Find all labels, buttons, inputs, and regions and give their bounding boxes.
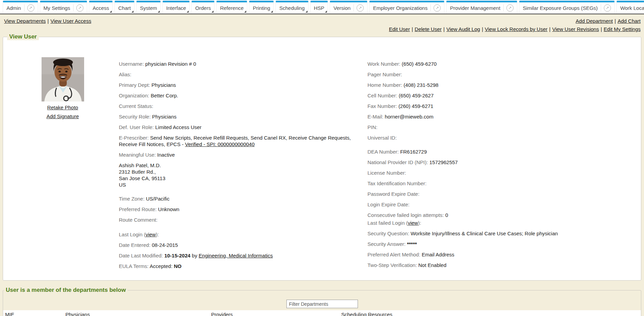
view-user-section: View User	[3, 33, 641, 281]
dropdown-caret-icon	[211, 11, 214, 13]
external-link-icon[interactable]: ↗	[434, 4, 441, 12]
tab-label: Printing	[253, 5, 270, 11]
tab-label: Work Locations	[620, 5, 644, 11]
view-departments-link[interactable]: View Departments	[4, 18, 46, 24]
table-row[interactable]: MIE Physicians Providers Scheduling Reso…	[3, 310, 641, 316]
tab-divider	[354, 4, 354, 11]
retake-photo-link[interactable]: Retake Photo	[6, 105, 119, 110]
address-line: US	[119, 181, 367, 188]
tab-divider	[24, 4, 25, 11]
field-pager-number: Pager Number:	[367, 71, 638, 78]
field-fax-number: Fax Number: (260) 459-6271	[367, 103, 638, 109]
view-audit-log-link[interactable]: View Audit Log	[446, 26, 480, 32]
link-bar-user-actions: Edit User|Delete User|View Audit Log|Vie…	[0, 24, 644, 32]
tab-interface[interactable]: Interface	[162, 1, 190, 13]
external-link-icon[interactable]: ↗	[604, 4, 611, 12]
tab-label: Access	[93, 5, 109, 11]
departments-table: MIE Physicians Providers Scheduling Reso…	[3, 310, 641, 316]
link-bar-top: View Departments|View User Access Add De…	[0, 14, 644, 24]
tab-system[interactable]: System	[136, 1, 161, 13]
last-login-view-link[interactable]: view	[145, 232, 156, 237]
field-npi: National Provider ID (NPI): 1572962557	[367, 159, 638, 165]
tab-label: Employer Organizations	[373, 5, 427, 11]
tab-orders[interactable]: Orders	[191, 1, 215, 13]
tab-label: Version	[333, 5, 350, 11]
field-security-role: Security Role: Physicians	[119, 113, 367, 120]
field-cell-number: Cell Number: (650) 459-2627	[367, 92, 638, 99]
field-security-answer: Security Answer: *****	[367, 241, 638, 247]
dropdown-caret-icon	[110, 11, 112, 13]
edit-my-settings-link[interactable]: Edit My Settings	[604, 26, 641, 32]
add-department-link[interactable]: Add Department	[576, 18, 613, 24]
tab-printing[interactable]: Printing	[249, 1, 274, 13]
field-date-last-modified: Date Last Modified: 10-15-2024 by Engine…	[119, 252, 367, 259]
tab-my-settings[interactable]: My Settings ↗	[40, 1, 87, 13]
department-cell: Providers	[209, 310, 339, 316]
tab-label: Orders	[195, 5, 211, 11]
address-line: Ashish Patel, M.D.	[119, 162, 367, 169]
filter-departments-input[interactable]	[286, 300, 358, 308]
tab-employer-organizations[interactable]: Employer Organizations ↗	[369, 1, 444, 13]
spi-verified-link[interactable]: Verified - SPI: 0000000000040	[185, 141, 254, 147]
edit-user-link[interactable]: Edit User	[389, 26, 410, 32]
delete-user-link[interactable]: Delete User	[415, 26, 442, 32]
tab-version[interactable]: Version ↗	[330, 1, 367, 13]
tab-access[interactable]: Access	[89, 1, 113, 13]
address-line: San Jose CA, 95113	[119, 175, 367, 181]
departments-legend: User is a member of the departments belo…	[4, 287, 128, 294]
field-pin: PIN:	[367, 124, 638, 130]
address-line: 2312 Butler Rd.,	[119, 169, 367, 175]
dropdown-caret-icon	[244, 11, 246, 13]
field-license-number: License Number:	[367, 170, 638, 176]
tab-label: Provider Management	[450, 5, 500, 11]
filter-row	[3, 300, 641, 308]
field-date-entered: Date Entered: 08-24-2015	[119, 242, 367, 248]
view-user-access-link[interactable]: View User Access	[50, 18, 91, 24]
field-def-user-role: Def. User Role: Limited Access User	[119, 124, 367, 130]
tab-provider-management[interactable]: Provider Management ↗	[446, 1, 517, 13]
tab-reference[interactable]: Reference	[216, 1, 247, 13]
external-link-icon[interactable]: ↗	[76, 4, 83, 12]
field-organization: Organization: Better Corp.	[119, 92, 367, 99]
tab-work-locations[interactable]: Work Locations ↗	[616, 1, 644, 13]
tab-scheduling[interactable]: Scheduling	[276, 1, 308, 13]
tab-label: Admin	[6, 5, 21, 11]
field-last-failed-login: Last failed Login (view):	[367, 220, 638, 226]
tab-similar-exposure-groups[interactable]: Similar Exposure Groups (SEGs) ↗	[519, 1, 615, 13]
last-failed-login-view-link[interactable]: view	[408, 220, 418, 226]
add-chart-link[interactable]: Add Chart	[617, 18, 641, 24]
external-link-icon[interactable]: ↗	[357, 4, 364, 12]
tab-admin[interactable]: Admin ↗	[3, 1, 38, 13]
user-details-left: Username: physician Revision # 0 Alias: …	[119, 50, 367, 273]
dropdown-caret-icon	[271, 11, 273, 13]
tab-chart[interactable]: Chart	[114, 1, 135, 13]
field-universal-id: Universal ID:	[367, 135, 638, 141]
user-address: Ashish Patel, M.D. 2312 Butler Rd., San …	[119, 162, 367, 188]
view-user-legend: View User	[7, 33, 39, 40]
field-eula-terms: EULA Terms: Accepted: NO	[119, 263, 367, 269]
user-details-right: Work Number: (650) 459-6270 Pager Number…	[367, 50, 638, 272]
external-link-icon[interactable]: ↗	[506, 4, 514, 12]
add-signature-link[interactable]: Add Signature	[6, 113, 119, 119]
modified-by-user-link[interactable]: Engineering, Medical Informatics	[199, 253, 273, 258]
field-current-status: Current Status:	[119, 103, 367, 109]
department-cell: MIE	[3, 310, 63, 316]
link-separator: |	[443, 26, 445, 32]
dropdown-caret-icon	[158, 11, 160, 13]
link-separator: |	[615, 18, 616, 24]
tab-divider	[430, 4, 431, 11]
user-photo	[42, 57, 84, 101]
view-lock-records-link[interactable]: View Lock Records by User	[485, 26, 548, 32]
department-cell: Scheduling Resources	[339, 310, 641, 316]
link-separator: |	[482, 26, 483, 32]
external-link-icon[interactable]: ↗	[27, 4, 34, 12]
tab-label: Scheduling	[279, 5, 304, 11]
field-time-zone: Time Zone: US/Pacific	[119, 195, 367, 202]
departments-section: User is a member of the departments belo…	[3, 287, 641, 316]
field-failed-attempts: Consecutive failed login attempts: 0	[367, 212, 638, 218]
field-two-step-verification: Two-Step Verification: Not Enabled	[367, 262, 638, 268]
view-user-revisions-link[interactable]: View User Revisions	[552, 26, 599, 32]
tab-hsp[interactable]: HSP	[310, 1, 328, 13]
tab-label: Interface	[166, 5, 186, 11]
field-preferred-alert-method: Preferred Alert Method: Email Address	[367, 251, 638, 258]
